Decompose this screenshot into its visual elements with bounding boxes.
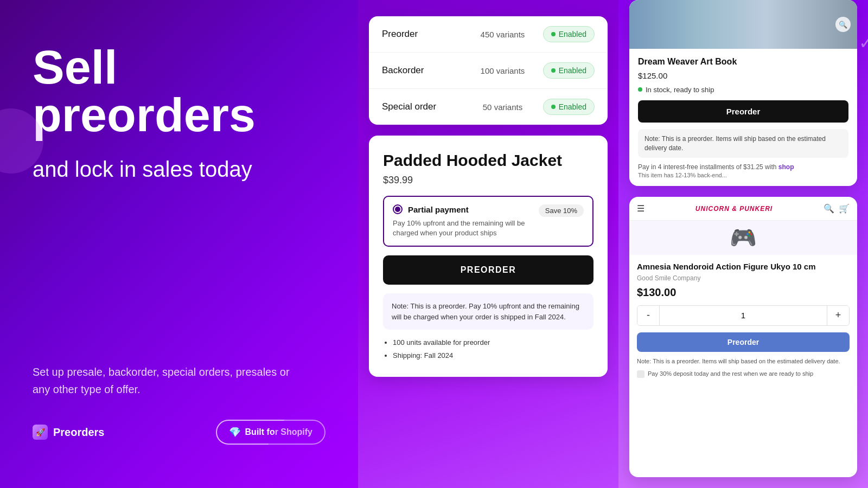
figure-title: Amnesia Nendoroid Action Figure Ukyo 10 … [637,261,850,272]
quantity-row: - 1 + [637,305,850,326]
order-type-special: Special order [382,101,462,112]
figure-brand-name: UNICORN & PUNKERI [695,205,773,213]
enabled-dot-2 [551,68,556,73]
shopify-badge-label: Built for Shopify [245,427,312,437]
enabled-dot-3 [551,105,556,109]
hero-subtitle: and lock in sales today [33,155,326,183]
brand-name: Preorders [53,426,105,439]
radio-circle [393,204,403,214]
art-book-image-bar [629,0,857,49]
figure-note: Note: This is a preorder. Items will shi… [637,357,850,365]
art-book-image: 🔍 [629,0,857,49]
quantity-plus-button[interactable]: + [827,306,849,325]
table-row: Special order 50 variants Enabled [369,89,608,125]
enabled-badge-preorder: Enabled [543,26,595,42]
deposit-text: Pay 30% deposit today and the rest when … [648,370,813,378]
product-price: $39.99 [383,175,593,186]
save-badge: Save 10% [539,204,584,217]
shop-pay-label: shop [778,163,794,171]
art-book-price: $125.00 [638,71,848,80]
enabled-badge-backorder: Enabled [543,62,595,79]
order-type-backorder: Backorder [382,65,462,76]
figure-header-icons: 🔍 🛒 [824,203,850,214]
shopify-badge[interactable]: 💎 Built for Shopify [216,420,326,445]
preorder-note: Note: This is a preorder. Pay 10% upfron… [383,293,593,330]
hamburger-icon[interactable]: ☰ [637,203,644,214]
product-card: Padded Hooded Jacket $39.99 Partial paym… [369,136,608,377]
bullet-units: 100 units available for preorder [393,336,593,349]
art-book-card: 🔍 Dream Weaver Art Book $125.00 In stock… [629,0,857,186]
order-type-preorder: Preorder [382,29,462,40]
figure-mascot: 🎮 [730,225,757,251]
deposit-icon [637,370,644,378]
hero-title: Sell preorders [33,43,326,139]
brand-logo: 🚀 Preorders [33,425,105,440]
figure-deposit-row: Pay 30% deposit today and the rest when … [637,370,850,378]
left-hero-section: Sell preorders and lock in sales today S… [0,0,358,488]
art-book-note: Note: This is a preorder. Items will shi… [638,129,848,158]
more-text: This item has 12-13% back-end... [638,172,848,178]
cart-icon[interactable]: 🛒 [839,203,850,214]
payment-description: Pay 10% upfront and the remaining will b… [393,219,533,238]
enabled-dot [551,32,556,36]
figure-preorder-button[interactable]: Preorder [637,332,850,352]
art-book-preorder-button[interactable]: Preorder [638,100,848,123]
right-section: ✓ 🔍 Dream Weaver Art Book $125.00 In sto… [618,0,868,488]
radio-inner [395,207,400,212]
figure-card-header: ☰ UNICORN & PUNKERI 🔍 🛒 [629,197,857,221]
figure-content: Amnesia Nendoroid Action Figure Ukyo 10 … [629,255,857,384]
diamond-icon: 💎 [229,426,241,438]
search-icon[interactable]: 🔍 [835,17,851,32]
brand-icon: 🚀 [33,425,48,440]
figure-price: $130.00 [637,286,850,299]
hero-description: Set up presale, backorder, special order… [33,363,293,398]
hero-text-block: Sell preorders and lock in sales today [33,43,326,363]
figure-company: Good Smile Company [637,274,850,282]
art-book-title: Dream Weaver Art Book [638,56,848,68]
order-variants-preorder: 450 variants [462,30,542,39]
payment-option[interactable]: Partial payment Pay 10% upfront and the … [383,196,593,247]
in-stock-dot [638,87,642,92]
table-row: Preorder 450 variants Enabled [369,16,608,53]
in-stock-row: In stock, ready to ship [638,86,848,94]
preorder-button[interactable]: PREORDER [383,255,593,285]
payment-radio-label: Partial payment [393,204,533,214]
checkmark-decoration: ✓ [859,33,868,53]
enabled-badge-special: Enabled [543,99,595,115]
product-title: Padded Hooded Jacket [383,151,593,170]
preorder-bullets-list: 100 units available for preorder Shippin… [383,336,593,362]
orders-card: Preorder 450 variants Enabled Backorder … [369,16,608,125]
figure-card: ☰ UNICORN & PUNKERI 🔍 🛒 🎮 Amnesia Nendor… [629,197,857,477]
table-row: Backorder 100 variants Enabled [369,53,608,89]
bullet-shipping: Shipping: Fall 2024 [393,349,593,362]
bottom-bar: 🚀 Preorders 💎 Built for Shopify [33,420,326,445]
middle-section: Preorder 450 variants Enabled Backorder … [358,0,618,488]
art-book-content: Dream Weaver Art Book $125.00 In stock, … [629,49,857,186]
order-variants-special: 50 variants [462,102,542,112]
figure-mascot-area: 🎮 [629,221,857,255]
in-stock-label: In stock, ready to ship [646,86,714,94]
art-book-shopify: Pay in 4 interest-free installments of $… [638,163,848,178]
order-variants-backorder: 100 variants [462,66,542,75]
quantity-value: 1 [659,306,827,325]
quantity-minus-button[interactable]: - [637,306,659,325]
search-icon-figure[interactable]: 🔍 [824,203,834,214]
